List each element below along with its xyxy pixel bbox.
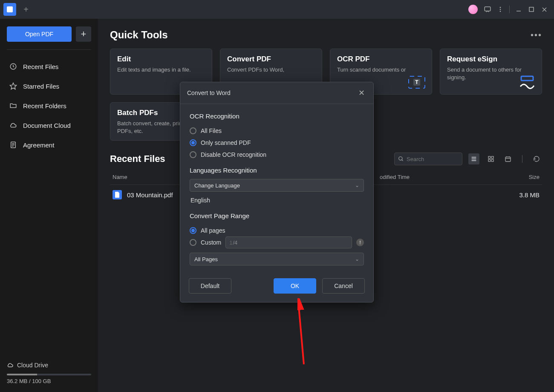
new-tab-button[interactable]: + [20,3,32,16]
search-box[interactable] [394,153,462,165]
radio-label: Disable OCR recognition [201,151,266,158]
app-icon[interactable] [3,3,16,16]
radio-all-pages[interactable]: All pages [190,225,364,236]
svg-rect-25 [488,159,491,161]
cloud-drive[interactable]: Cloud Drive [7,359,91,371]
create-pdf-button[interactable]: + [76,26,91,42]
doc-icon [9,141,17,149]
ocr-icon: T [408,75,426,89]
radio-disable-ocr[interactable]: Disable OCR recognition [190,149,364,161]
maximize-button[interactable] [525,3,538,16]
select-value: Change Language [194,182,240,189]
pdf-file-icon [113,190,122,199]
refresh-icon[interactable] [531,153,542,164]
svg-text:T: T [415,79,418,85]
page-range-input[interactable]: 1 /4 [225,236,352,248]
convert-to-word-dialog: Convert to Word ✕ OCR Recognition All Fi… [180,82,374,303]
close-icon[interactable]: ✕ [357,86,366,99]
recent-files-title: Recent Files [110,153,165,164]
tool-desc: Convert PDFs to Word, [227,66,315,74]
file-size: 3.8 MB [501,191,540,199]
chevron-down-icon: ⌄ [355,182,359,188]
titlebar: + [0,0,554,19]
calendar-view-icon[interactable] [502,153,514,164]
folder-icon [9,102,17,110]
clock-icon [9,63,17,70]
radio-custom-range[interactable]: Custom [190,236,221,248]
svg-rect-23 [488,156,491,159]
radio-icon [190,227,196,234]
svg-marker-9 [10,83,17,89]
svg-rect-17 [521,76,533,81]
info-icon[interactable]: ! [356,239,364,246]
language-select[interactable]: Change Language ⌄ [190,179,364,192]
chat-icon[interactable] [481,3,494,16]
svg-point-1 [500,7,501,8]
tool-card-esign[interactable]: Request eSign Send a document to others … [440,49,542,95]
sidebar-item-starred-files[interactable]: Starred Files [7,76,91,96]
lang-section-header: Languages Recognition [190,167,364,174]
chevron-down-icon: ⌄ [355,256,359,262]
col-mtime[interactable]: odified Time [380,174,501,180]
svg-point-2 [500,9,501,10]
sidebar-item-label: Recent Folders [23,102,66,110]
ocr-section-header: OCR Recognition [190,112,364,120]
kebab-menu-icon[interactable] [494,3,507,16]
more-menu-icon[interactable]: ••• [531,30,542,40]
tool-title: Convert PDF [227,55,315,63]
star-icon [9,82,17,90]
close-button[interactable] [538,3,551,16]
radio-icon [190,151,196,158]
range-section-header: Convert Page Range [190,212,364,219]
page-range-select[interactable]: All Pages ⌄ [190,253,364,265]
list-view-icon[interactable] [468,153,479,164]
svg-point-18 [399,157,402,160]
quick-tools-title: Quick Tools [110,29,168,41]
radio-label: All Files [201,127,222,134]
sidebar-item-document-cloud[interactable]: Document Cloud [7,115,91,135]
search-input[interactable] [407,156,478,162]
radio-all-files[interactable]: All Files [190,125,364,137]
esign-icon [518,75,536,89]
sidebar-item-label: Document Cloud [23,122,71,129]
tool-title: Request eSign [447,55,535,63]
search-icon [398,156,404,162]
radio-label: Only scanned PDF [201,139,251,146]
cancel-button[interactable]: Cancel [322,278,365,294]
svg-rect-0 [485,7,491,11]
svg-rect-27 [505,157,511,161]
ok-button[interactable]: OK [274,278,316,294]
sidebar-item-recent-folders[interactable]: Recent Folders [7,96,91,115]
grid-view-icon[interactable] [485,153,496,164]
cloud-icon [7,362,14,369]
svg-rect-26 [491,159,493,161]
sidebar-item-recent-files[interactable]: Recent Files [7,57,91,76]
sidebar-item-label: Recent Files [23,63,58,70]
tool-title: Edit [117,55,205,63]
avatar[interactable] [468,5,478,14]
sidebar-item-agreement[interactable]: Agreement [7,135,91,155]
cloud-drive-label: Cloud Drive [17,362,48,369]
tool-desc: Turn scanned documents or [337,66,425,74]
radio-icon [190,239,196,246]
open-pdf-button[interactable]: Open PDF [7,26,72,42]
radio-label: All pages [201,227,225,234]
radio-icon [190,139,196,146]
default-button[interactable]: Default [189,278,231,294]
storage-text: 36.2 MB / 100 GB [7,378,91,384]
select-value: All Pages [194,256,218,262]
minimize-button[interactable] [512,3,525,16]
range-placeholder: 1 [229,239,232,246]
col-size[interactable]: Size [501,174,540,180]
tool-title: OCR PDF [337,55,425,63]
dialog-title: Convert to Word [187,89,231,96]
svg-rect-5 [529,7,534,12]
sidebar-item-label: Agreement [23,141,54,149]
radio-label: Custom [201,239,221,246]
svg-point-3 [500,11,501,12]
storage-bar [7,374,91,375]
radio-only-scanned[interactable]: Only scanned PDF [190,137,364,149]
cloud-icon [9,121,17,129]
svg-rect-24 [491,156,493,159]
range-total: /4 [233,239,237,246]
